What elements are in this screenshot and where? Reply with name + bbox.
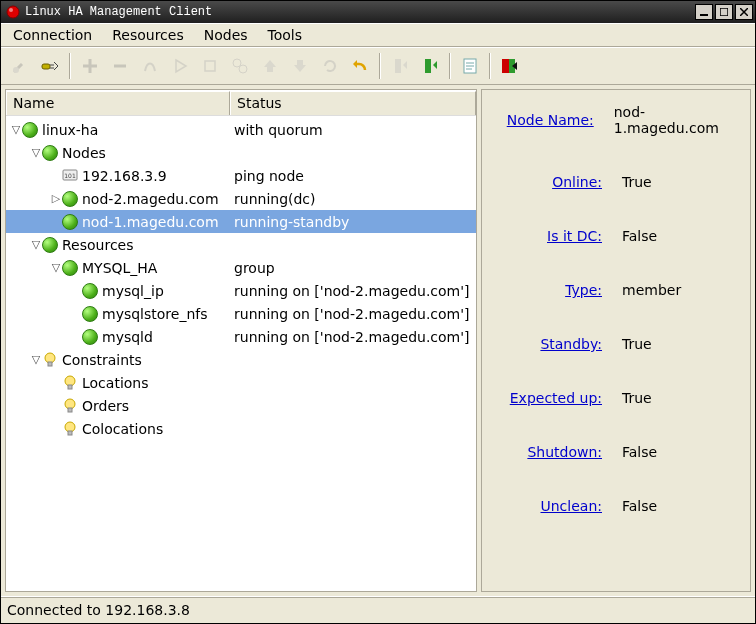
tree-item-label: Orders — [82, 398, 129, 414]
expander-open[interactable]: ▽ — [30, 147, 42, 158]
expander-open[interactable]: ▽ — [30, 239, 42, 250]
svg-rect-17 — [48, 362, 52, 366]
connect-icon — [6, 52, 34, 80]
svg-point-7 — [233, 59, 241, 67]
tree-row[interactable]: ▷nod-2.magedu.comrunning(dc) — [6, 187, 476, 210]
svg-rect-3 — [720, 8, 728, 16]
expander-open[interactable]: ▽ — [30, 354, 42, 365]
minimize-button[interactable] — [695, 4, 713, 20]
property-label-link[interactable]: Unclean: — [492, 498, 602, 514]
property-row: Expected up:True — [492, 390, 740, 406]
expander-open[interactable]: ▽ — [50, 262, 62, 273]
column-name[interactable]: Name — [6, 91, 230, 115]
tree-item-label: Nodes — [62, 145, 106, 161]
menu-nodes[interactable]: Nodes — [194, 25, 258, 45]
undo-icon[interactable] — [346, 52, 374, 80]
tree-item-label: mysqlstore_nfs — [102, 306, 208, 322]
tree-row[interactable]: nod-1.magedu.comrunning-standby — [6, 210, 476, 233]
stop-icon — [196, 52, 224, 80]
play-icon — [166, 52, 194, 80]
property-value: member — [622, 282, 681, 298]
property-row: Type:member — [492, 282, 740, 298]
property-row: Node Name:nod-1.magedu.com — [492, 104, 740, 136]
tree-item-label: Constraints — [62, 352, 142, 368]
toolbar — [1, 47, 755, 85]
property-value: False — [622, 444, 657, 460]
tree-item-label: Colocations — [82, 421, 163, 437]
menu-bar: Connection Resources Nodes Tools — [1, 23, 755, 47]
tree-item-label: Resources — [62, 237, 134, 253]
tree-item-status: group — [230, 260, 476, 276]
up-arrow-icon — [256, 52, 284, 80]
svg-text:101: 101 — [64, 172, 76, 179]
property-label-link[interactable]: Online: — [492, 174, 602, 190]
tree-item-label: 192.168.3.9 — [82, 168, 167, 184]
tree-row[interactable]: ▽Resources — [6, 233, 476, 256]
property-value: False — [622, 498, 657, 514]
status-bar: Connected to 192.168.3.8 — [1, 596, 755, 623]
svg-rect-23 — [68, 431, 72, 435]
tree-row[interactable]: mysqldrunning on ['nod-2.magedu.com'] — [6, 325, 476, 348]
tree-item-label: mysqld — [102, 329, 153, 345]
tree-body[interactable]: ▽linux-hawith quorum▽Nodes101192.168.3.9… — [6, 116, 476, 591]
disconnect-icon[interactable] — [36, 52, 64, 80]
tree-item-label: Locations — [82, 375, 149, 391]
property-value: False — [622, 228, 657, 244]
tree-row[interactable]: ▽linux-hawith quorum — [6, 118, 476, 141]
svg-rect-19 — [68, 385, 72, 389]
tree-row[interactable]: mysql_iprunning on ['nod-2.magedu.com'] — [6, 279, 476, 302]
property-label-link[interactable]: Type: — [492, 282, 602, 298]
svg-point-1 — [9, 8, 13, 12]
document-icon[interactable] — [456, 52, 484, 80]
expander-closed[interactable]: ▷ — [50, 193, 62, 204]
tree-item-status: running on ['nod-2.magedu.com'] — [230, 329, 476, 345]
cleanup-icon — [136, 52, 164, 80]
tree-row[interactable]: ▽Constraints — [6, 348, 476, 371]
property-value: True — [622, 336, 652, 352]
menu-connection[interactable]: Connection — [3, 25, 102, 45]
tree-item-status: running on ['nod-2.magedu.com'] — [230, 283, 476, 299]
tree-row[interactable]: Locations — [6, 371, 476, 394]
properties-panel: Node Name:nod-1.magedu.comOnline:TrueIs … — [481, 89, 751, 592]
exit-icon[interactable] — [496, 52, 524, 80]
tree-panel: Name Status ▽linux-hawith quorum▽Nodes10… — [5, 89, 477, 592]
property-row: Is it DC:False — [492, 228, 740, 244]
property-row: Shutdown:False — [492, 444, 740, 460]
property-label-link[interactable]: Is it DC: — [492, 228, 602, 244]
status-text: Connected to 192.168.3.8 — [7, 602, 190, 618]
close-button[interactable] — [735, 4, 753, 20]
tree-row[interactable]: mysqlstore_nfsrunning on ['nod-2.magedu.… — [6, 302, 476, 325]
property-row: Online:True — [492, 174, 740, 190]
tree-item-label: linux-ha — [42, 122, 98, 138]
column-status[interactable]: Status — [230, 91, 476, 115]
remove-icon — [106, 52, 134, 80]
menu-tools[interactable]: Tools — [258, 25, 313, 45]
property-label-link[interactable]: Standby: — [492, 336, 602, 352]
down-arrow-icon — [286, 52, 314, 80]
property-label-link[interactable]: Shutdown: — [492, 444, 602, 460]
svg-point-8 — [239, 65, 247, 73]
standby-off-icon[interactable] — [416, 52, 444, 80]
property-label-link[interactable]: Node Name: — [492, 112, 594, 128]
tree-item-label: MYSQL_HA — [82, 260, 157, 276]
title-bar[interactable]: Linux HA Management Client — [1, 1, 755, 23]
svg-rect-12 — [502, 59, 510, 73]
tree-row[interactable]: 101192.168.3.9ping node — [6, 164, 476, 187]
property-value: nod-1.magedu.com — [614, 104, 740, 136]
tree-item-status: ping node — [230, 168, 476, 184]
svg-rect-6 — [205, 61, 215, 71]
tree-row[interactable]: ▽MYSQL_HAgroup — [6, 256, 476, 279]
maximize-button[interactable] — [715, 4, 733, 20]
tree-row[interactable]: ▽Nodes — [6, 141, 476, 164]
property-label-link[interactable]: Expected up: — [492, 390, 602, 406]
tree-row[interactable]: Orders — [6, 394, 476, 417]
refresh-icon — [316, 52, 344, 80]
tree-item-status: with quorum — [230, 122, 476, 138]
menu-resources[interactable]: Resources — [102, 25, 194, 45]
tree-row[interactable]: Colocations — [6, 417, 476, 440]
add-icon — [76, 52, 104, 80]
expander-open[interactable]: ▽ — [10, 124, 22, 135]
tree-item-status: running(dc) — [230, 191, 476, 207]
tree-item-label: nod-1.magedu.com — [82, 214, 219, 230]
gears-icon — [226, 52, 254, 80]
